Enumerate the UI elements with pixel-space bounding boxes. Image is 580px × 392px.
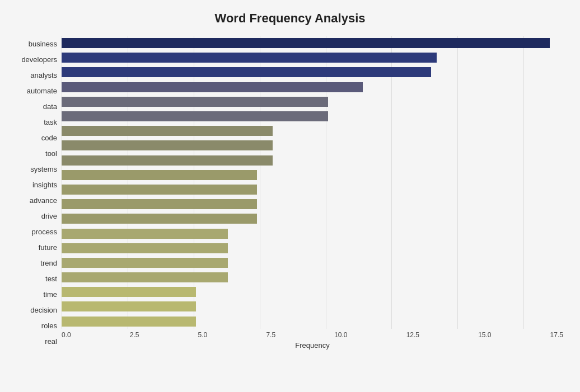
y-label: drive [41,212,57,220]
y-label: trend [40,259,57,267]
y-label: decision [30,306,57,314]
bar [62,185,257,195]
x-tick: 2.5 [130,331,139,339]
bar [62,38,550,48]
y-label: task [44,119,57,126]
bar [62,272,228,282]
x-axis: 0.02.55.07.510.012.515.017.5 Frequency [62,331,563,350]
y-label: roles [41,322,57,329]
y-label: real [45,338,57,345]
bar-row [62,228,563,240]
y-label: systems [30,166,57,173]
bar-row [62,300,563,313]
bar [62,199,257,209]
y-label: data [43,103,57,110]
grid-line [62,36,62,329]
y-label: code [41,134,57,141]
bar-row [62,154,563,167]
grid-line [128,36,128,329]
x-tick: 15.0 [478,331,491,339]
y-label: test [45,275,57,282]
y-label: analysts [30,72,57,79]
bar-row [62,66,563,78]
grid-line [260,36,260,329]
y-label: developers [21,56,57,63]
y-label: automate [27,87,57,95]
bar [62,170,257,180]
bar-row [62,271,563,284]
bar-row [62,286,563,298]
x-tick: 5.0 [198,331,208,339]
grid-line [391,36,392,329]
bar [62,126,273,136]
chart-title: Word Frequency Analysis [17,11,563,26]
bar [62,97,328,107]
bar [62,301,196,311]
grid-line [523,36,524,329]
y-label: future [39,244,57,251]
bar [62,229,228,239]
grid-line [326,36,326,329]
bar-row [62,315,563,328]
bar-row [62,198,563,210]
bar [62,140,273,150]
bar [62,155,273,166]
y-labels: businessdevelopersanalystsautomatedatata… [17,36,62,350]
bar-row [62,110,563,122]
y-label: process [31,228,57,235]
bar-row [62,169,563,181]
bar [62,214,257,224]
bar-row [62,257,563,269]
y-label: tool [45,150,57,157]
chart-area: businessdevelopersanalystsautomatedatata… [17,36,563,350]
x-tick: 10.0 [334,331,347,339]
chart-container: Word Frequency Analysis businessdevelope… [0,0,580,392]
x-tick: 7.5 [266,331,275,339]
x-tick: 0.0 [62,331,71,339]
bars-wrapper [62,36,563,329]
bar-row [62,96,563,108]
bar [62,111,328,121]
x-ticks: 0.02.55.07.510.012.515.017.5 [62,331,563,339]
bar [62,258,228,268]
bar-row [62,51,563,64]
bar-row [62,139,563,152]
bar [62,53,437,63]
bar [62,317,196,327]
y-label: time [43,291,57,298]
x-tick: 17.5 [550,331,563,339]
bar-row [62,242,563,254]
bar [62,243,228,253]
bar [62,287,196,297]
x-tick: 12.5 [406,331,419,339]
y-label: insights [32,181,57,188]
grid-line [194,36,194,329]
y-label: business [29,40,57,48]
y-label: advance [30,197,57,204]
bar-row [62,212,563,225]
x-axis-label: Frequency [62,341,563,350]
bar-row [62,183,563,196]
bar-row [62,37,563,49]
bar [62,82,363,92]
plot-area: 0.02.55.07.510.012.515.017.5 Frequency [62,36,563,350]
bar-row [62,81,563,93]
bar-row [62,125,563,137]
bar [62,67,431,77]
grid-line [457,36,458,329]
